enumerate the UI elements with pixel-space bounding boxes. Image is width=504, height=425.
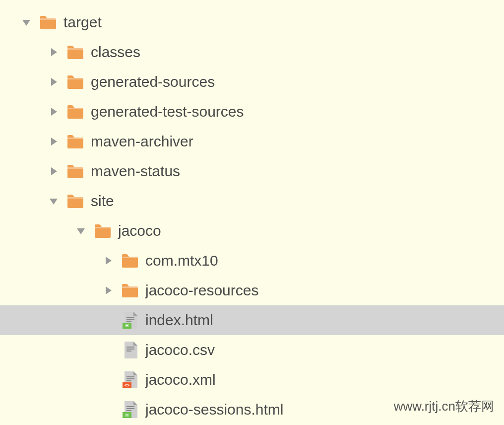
chevron-down-icon[interactable]: [46, 194, 61, 209]
svg-marker-14: [77, 228, 85, 234]
svg-marker-16: [106, 257, 112, 265]
svg-rect-28: [126, 376, 134, 377]
tree-item-target[interactable]: target: [0, 7, 504, 37]
tree-item-label: jacoco-resources: [145, 282, 258, 299]
chevron-right-icon[interactable]: [46, 104, 61, 119]
tree-item-classes[interactable]: classes: [0, 37, 504, 67]
svg-rect-17: [122, 257, 138, 258]
folder-icon: [122, 252, 138, 269]
svg-marker-12: [50, 199, 58, 205]
svg-rect-7: [67, 108, 83, 109]
project-tree: target classes generated-sources generat…: [0, 0, 504, 425]
svg-text:H: H: [126, 413, 129, 418]
folder-icon: [67, 44, 84, 61]
html-icon: H: [122, 312, 138, 329]
svg-text:<>: <>: [125, 383, 130, 388]
chevron-right-icon[interactable]: [46, 164, 61, 179]
svg-rect-21: [126, 319, 134, 320]
chevron-down-icon[interactable]: [19, 15, 34, 30]
tree-item-generated-sources[interactable]: generated-sources: [0, 67, 504, 97]
folder-icon: [67, 193, 84, 210]
svg-marker-8: [51, 138, 57, 145]
svg-rect-25: [126, 347, 134, 348]
svg-text:H: H: [126, 323, 129, 328]
tree-item-jacoco-xml[interactable]: <> jacoco.xml: [0, 365, 504, 395]
svg-rect-30: [126, 380, 131, 381]
tree-item-label: site: [91, 193, 114, 210]
svg-marker-18: [106, 286, 112, 294]
tree-item-label: com.mtx10: [145, 252, 218, 269]
tree-item-generated-test-sources[interactable]: generated-test-sources: [0, 97, 504, 127]
csv-icon: [122, 342, 138, 358]
svg-rect-11: [67, 167, 83, 169]
svg-rect-26: [126, 349, 134, 350]
svg-rect-9: [67, 138, 83, 139]
xml-icon: <>: [122, 371, 138, 388]
tree-item-label: index.html: [145, 312, 213, 329]
svg-rect-5: [67, 78, 83, 79]
tree-item-index-html[interactable]: H index.html: [0, 305, 504, 335]
chevron-right-icon[interactable]: [46, 134, 61, 149]
chevron-right-icon[interactable]: [46, 74, 61, 89]
tree-item-label: target: [63, 14, 102, 31]
tree-item-com-mtx10[interactable]: com.mtx10: [0, 246, 504, 276]
tree-item-jacoco-resources[interactable]: jacoco-resources: [0, 276, 504, 305]
folder-icon: [94, 222, 111, 239]
tree-item-jacoco[interactable]: jacoco: [0, 216, 504, 246]
svg-rect-22: [126, 321, 131, 322]
tree-item-label: jacoco-sessions.html: [145, 401, 283, 418]
folder-icon: [67, 133, 84, 150]
folder-icon: [67, 163, 84, 180]
tree-item-maven-status[interactable]: maven-status: [0, 156, 504, 186]
folder-icon: [40, 14, 57, 31]
html-icon: H: [122, 401, 138, 418]
tree-item-maven-archiver[interactable]: maven-archiver: [0, 127, 504, 156]
tree-item-label: generated-sources: [91, 73, 215, 90]
svg-rect-27: [126, 351, 131, 352]
watermark: www.rjtj.cn软荐网: [394, 398, 494, 415]
svg-rect-3: [67, 48, 83, 50]
svg-rect-29: [126, 378, 134, 379]
folder-icon: [67, 73, 84, 90]
folder-icon: [67, 103, 84, 120]
tree-item-label: maven-archiver: [91, 133, 193, 150]
tree-item-jacoco-csv[interactable]: jacoco.csv: [0, 335, 504, 365]
svg-rect-19: [122, 286, 138, 288]
svg-rect-34: [126, 408, 134, 409]
svg-rect-33: [126, 406, 134, 407]
svg-rect-13: [67, 197, 83, 199]
chevron-down-icon[interactable]: [73, 223, 88, 238]
svg-marker-0: [22, 20, 30, 26]
tree-item-label: jacoco.csv: [145, 342, 215, 358]
chevron-right-icon[interactable]: [101, 253, 116, 268]
svg-marker-6: [51, 108, 57, 116]
svg-rect-20: [126, 317, 134, 318]
folder-icon: [122, 282, 138, 299]
svg-rect-15: [95, 227, 111, 228]
tree-item-label: jacoco: [118, 222, 161, 239]
tree-item-label: jacoco.xml: [145, 371, 216, 388]
svg-rect-1: [40, 18, 56, 20]
tree-item-site[interactable]: site: [0, 186, 504, 216]
svg-marker-2: [51, 48, 57, 56]
tree-item-label: maven-status: [91, 163, 180, 180]
svg-marker-4: [51, 78, 57, 86]
chevron-right-icon[interactable]: [46, 45, 61, 60]
tree-item-label: generated-test-sources: [91, 103, 244, 120]
svg-marker-10: [51, 167, 57, 175]
chevron-right-icon[interactable]: [101, 283, 116, 298]
svg-rect-35: [126, 410, 131, 411]
tree-item-label: classes: [91, 44, 140, 61]
